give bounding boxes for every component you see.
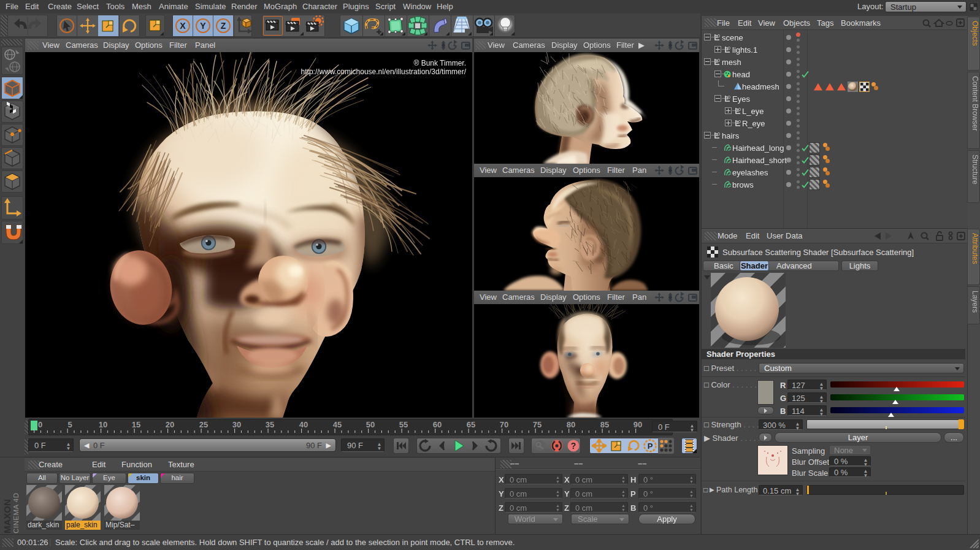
svg-text:http://www.comichouse.nl/en/il: http://www.comichouse.nl/en/illustration… (301, 67, 467, 76)
svg-text:0: 0 (738, 120, 741, 124)
svg-text:X: X (180, 21, 186, 31)
svg-text:0: 0 (728, 95, 730, 99)
svg-text:?: ? (571, 441, 576, 451)
svg-text:P: P (648, 441, 653, 451)
svg-text:Z: Z (221, 21, 226, 31)
svg-text:0: 0 (718, 34, 720, 38)
svg-text:0: 0 (718, 58, 720, 63)
svg-text:0: 0 (728, 46, 730, 50)
svg-text:0: 0 (738, 107, 741, 112)
svg-text:® Bunk Timmer.: ® Bunk Timmer. (413, 59, 466, 67)
svg-text:Y: Y (200, 21, 206, 31)
svg-text:0: 0 (718, 132, 720, 136)
